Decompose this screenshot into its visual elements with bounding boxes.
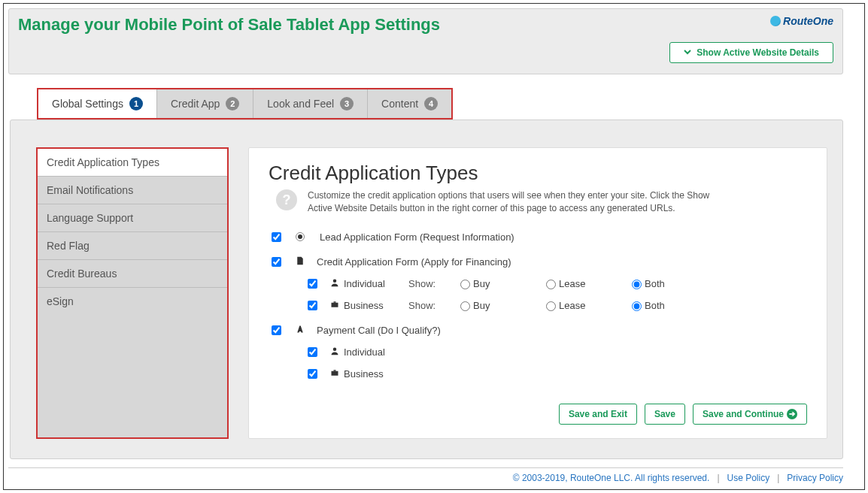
tab-credit-app[interactable]: Credit App 2: [157, 89, 253, 118]
footer-use-policy-link[interactable]: Use Policy: [727, 473, 770, 483]
header-bar: Manage your Mobile Point of Sale Tablet …: [8, 8, 843, 74]
individual-both-radio[interactable]: [632, 280, 642, 289]
pc-business-checkbox[interactable]: [308, 369, 317, 379]
brand-text: RouteOne: [783, 15, 833, 27]
business-lease-radio[interactable]: [546, 301, 556, 311]
credit-form-label: Credit Application Form (Apply for Finan…: [317, 256, 511, 268]
main-panel: Credit Application Types Email Notificat…: [10, 119, 843, 459]
show-label: Show:: [408, 300, 446, 311]
svg-rect-1: [332, 302, 338, 307]
tab-label: Credit App: [171, 98, 220, 110]
business-checkbox[interactable]: [308, 301, 317, 310]
footer-copyright: © 2003-2019, RouteOne LLC. All rights re…: [513, 473, 710, 483]
brand-logo: RouteOne: [770, 15, 833, 27]
payment-call-checkbox[interactable]: [272, 325, 281, 335]
sidebar: Credit Application Types Email Notificat…: [36, 147, 229, 439]
lead-form-checkbox[interactable]: [272, 232, 281, 242]
show-active-details-button[interactable]: Show Active Website Details: [669, 42, 833, 63]
svg-rect-5: [334, 370, 336, 371]
show-label: Show:: [408, 278, 446, 289]
briefcase-icon: [330, 368, 339, 380]
sidebar-item-esign[interactable]: eSign: [38, 288, 227, 315]
target-icon: [296, 232, 305, 241]
pc-business-label: Business: [344, 368, 384, 380]
show-active-details-label: Show Active Website Details: [697, 47, 819, 58]
tab-badge: 2: [226, 97, 239, 110]
business-buy-radio[interactable]: [460, 301, 470, 311]
business-label: Business: [344, 300, 384, 311]
briefcase-icon: [330, 300, 339, 311]
individual-checkbox[interactable]: [308, 279, 317, 289]
tab-look-and-feel[interactable]: Look and Feel 3: [253, 89, 368, 118]
person-icon: [330, 346, 339, 358]
save-button[interactable]: Save: [645, 404, 685, 425]
content-card: Credit Application Types ? Customize the…: [248, 147, 827, 439]
tab-bar: Global Settings 1 Credit App 2 Look and …: [37, 88, 453, 119]
tab-badge: 1: [129, 97, 143, 110]
arrow-right-icon: ➔: [787, 409, 797, 419]
sidebar-item-language[interactable]: Language Support: [38, 204, 227, 232]
footer-privacy-policy-link[interactable]: Privacy Policy: [787, 473, 843, 483]
sidebar-item-credit-app-types[interactable]: Credit Application Types: [38, 149, 227, 177]
tab-badge: 3: [340, 97, 354, 110]
sidebar-item-credit-bureaus[interactable]: Credit Bureaus: [38, 260, 227, 288]
individual-buy-radio[interactable]: [460, 280, 470, 289]
footer: © 2003-2019, RouteOne LLC. All rights re…: [8, 467, 843, 483]
content-description: Customize the credit application options…: [308, 189, 729, 215]
tab-label: Content: [381, 98, 418, 110]
tab-global-settings[interactable]: Global Settings 1: [38, 89, 157, 118]
pc-individual-checkbox[interactable]: [308, 347, 317, 357]
tab-content[interactable]: Content 4: [368, 89, 451, 118]
svg-point-0: [333, 279, 337, 283]
individual-label: Individual: [344, 278, 385, 289]
help-icon: ?: [276, 189, 297, 210]
lead-form-label: Lead Application Form (Request Informati…: [320, 231, 514, 243]
document-icon: [296, 256, 305, 268]
svg-rect-2: [334, 301, 336, 303]
tab-label: Look and Feel: [267, 98, 334, 110]
save-exit-button[interactable]: Save and Exit: [559, 404, 637, 425]
content-heading: Credit Application Types: [269, 162, 807, 185]
credit-form-checkbox[interactable]: [272, 257, 281, 267]
person-icon: [330, 278, 339, 289]
globe-icon: [770, 16, 781, 26]
svg-point-3: [333, 347, 337, 351]
save-continue-button[interactable]: Save and Continue ➔: [693, 404, 807, 425]
sidebar-item-email[interactable]: Email Notifications: [38, 177, 227, 204]
business-both-radio[interactable]: [632, 301, 642, 311]
road-icon: [296, 325, 305, 336]
page-title: Manage your Mobile Point of Sale Tablet …: [18, 15, 440, 35]
payment-call-label: Payment Call (Do I Qualify?): [317, 325, 441, 336]
individual-lease-radio[interactable]: [546, 280, 556, 289]
sidebar-item-red-flag[interactable]: Red Flag: [38, 232, 227, 260]
chevron-down-icon: [684, 47, 691, 58]
tab-label: Global Settings: [52, 98, 123, 110]
svg-rect-4: [332, 371, 338, 375]
pc-individual-label: Individual: [344, 346, 385, 358]
tab-badge: 4: [424, 97, 438, 110]
